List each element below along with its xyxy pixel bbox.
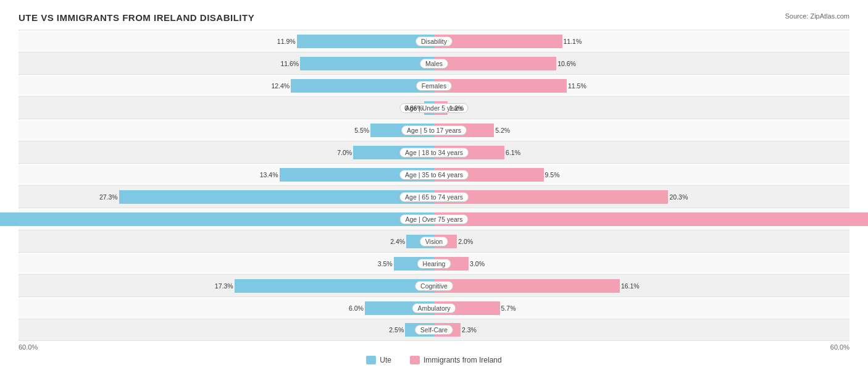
x-axis-left: 60.0% [19, 343, 38, 351]
table-row: Males11.6%10.6% [19, 52, 849, 74]
table-row: Ambulatory6.0%5.7% [19, 296, 849, 319]
x-axis-right: 60.0% [830, 343, 849, 351]
x-axis: 60.0% 60.0% [19, 343, 849, 351]
table-row: Hearing3.5%3.0% [19, 252, 849, 274]
table-row: Age | Under 5 years0.86%1.2% [19, 96, 849, 119]
ireland-label: Immigrants from Ireland [424, 356, 502, 364]
ireland-color-box [410, 356, 420, 364]
table-row: Age | 5 to 17 years5.5%5.2% [19, 119, 849, 141]
table-row: Self-Care2.5%2.3% [19, 319, 849, 341]
table-row: Age | Over 75 years52.6%44.7% [19, 208, 849, 230]
chart-title: UTE VS IMMIGRANTS FROM IRELAND DISABILIT… [19, 12, 254, 23]
table-row: Cognitive17.3%16.1% [19, 274, 849, 296]
legend-ute: Ute [366, 356, 391, 364]
ute-label: Ute [380, 356, 391, 364]
ute-color-box [366, 356, 376, 364]
table-row: Vision2.4%2.0% [19, 230, 849, 252]
legend: Ute Immigrants from Ireland [19, 356, 849, 364]
table-row: Disability11.9%11.1% [19, 30, 849, 52]
table-row: Age | 65 to 74 years27.3%20.3% [19, 185, 849, 208]
chart-rows: Disability11.9%11.1%Males11.6%10.6%Femal… [19, 30, 849, 341]
table-row: Age | 35 to 64 years13.4%9.5% [19, 163, 849, 185]
table-row: Females12.4%11.5% [19, 74, 849, 96]
legend-ireland: Immigrants from Ireland [410, 356, 502, 364]
table-row: Age | 18 to 34 years7.0%6.1% [19, 141, 849, 163]
source-label: Source: ZipAtlas.com [785, 12, 849, 20]
